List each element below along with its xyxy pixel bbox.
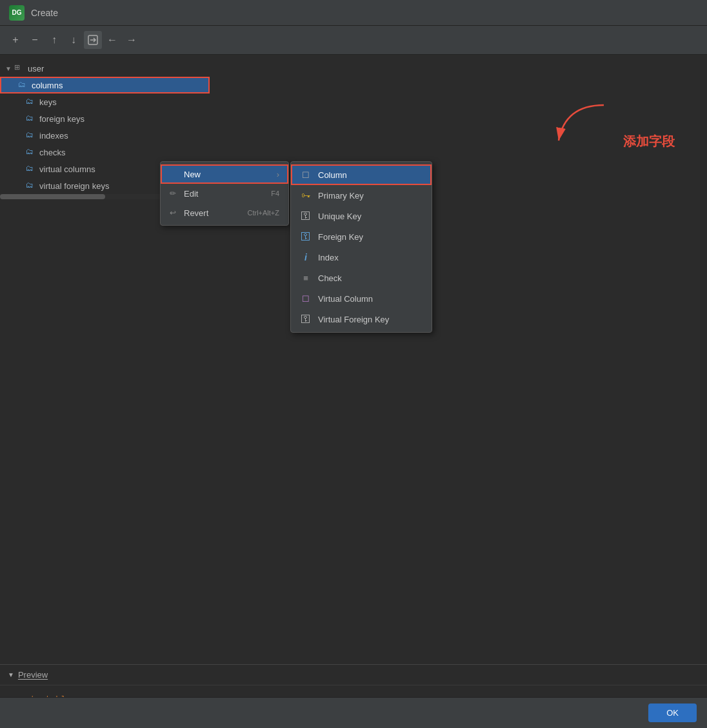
virtual-foreign-key-icon: ⚿: [300, 313, 312, 325]
tree-label-foreign-keys: foreign keys: [39, 114, 85, 124]
tree-item-columns[interactable]: 🗂 columns: [0, 77, 210, 93]
folder-icon-columns: 🗂: [18, 80, 28, 90]
virtual-column-icon: ☐: [300, 293, 312, 304]
back-button[interactable]: ←: [103, 31, 121, 49]
submenu-item-unique-key[interactable]: ⚿ Unique Key: [291, 206, 432, 226]
context-menu-edit[interactable]: ✏ Edit F4: [161, 184, 288, 203]
revert-shortcut: Ctrl+Alt+Z: [247, 209, 279, 217]
preview-label: Preview: [18, 670, 48, 680]
context-menu-revert-label: Revert: [184, 208, 242, 218]
foreign-key-icon: ⚿: [300, 231, 312, 242]
context-menu-edit-label: Edit: [184, 189, 266, 199]
folder-icon-virtual-foreign-keys: 🗂: [26, 181, 36, 191]
scrollbar-thumb[interactable]: [0, 194, 105, 199]
ok-button[interactable]: OK: [648, 703, 697, 722]
tree-label-columns: columns: [32, 81, 63, 90]
primary-key-icon: 🗝: [300, 190, 312, 201]
submenu-item-virtual-foreign-key[interactable]: ⚿ Virtual Foreign Key: [291, 309, 432, 330]
submenu-item-column[interactable]: ☐ Column: [291, 164, 432, 185]
submenu-item-check[interactable]: ≡ Check: [291, 268, 432, 288]
jump-icon: [88, 35, 98, 45]
annotation-text: 添加字段: [623, 133, 675, 150]
annotation-arrow-svg: [539, 99, 617, 150]
folder-icon-keys: 🗂: [26, 97, 36, 107]
context-menu-revert[interactable]: ↩ Revert Ctrl+Alt+Z: [161, 203, 288, 222]
preview-header[interactable]: ▼ Preview: [0, 665, 707, 685]
bottom-bar: OK: [0, 697, 707, 728]
submenu-index-label: Index: [318, 253, 339, 262]
app-icon: DG: [9, 5, 25, 21]
window-title: Create: [31, 8, 58, 18]
submenu-item-index[interactable]: i Index: [291, 247, 432, 268]
column-icon: ☐: [300, 169, 312, 181]
submenu-virtual-column-label: Virtual Column: [318, 294, 373, 304]
context-menu: New › ✏ Edit F4 ↩ Revert Ctrl+Alt+Z: [160, 161, 289, 226]
submenu: ☐ Column 🗝 Primary Key ⚿ Unique Key ⚿ Fo…: [290, 161, 432, 333]
tree-label-user: user: [28, 64, 44, 74]
remove-button[interactable]: −: [26, 31, 44, 49]
index-icon: i: [300, 251, 312, 263]
tree-item-foreign-keys[interactable]: 🗂 foreign keys: [0, 110, 210, 127]
forward-button[interactable]: →: [123, 31, 141, 49]
tree-item-keys[interactable]: 🗂 keys: [0, 93, 210, 110]
folder-icon-indexes: 🗂: [26, 130, 36, 141]
tree-chevron-user: ▼: [5, 65, 14, 72]
submenu-unique-key-label: Unique Key: [318, 212, 361, 221]
submenu-arrow: ›: [277, 170, 279, 179]
revert-icon: ↩: [170, 208, 179, 217]
submenu-item-foreign-key[interactable]: ⚿ Foreign Key: [291, 226, 432, 247]
submenu-virtual-foreign-key-label: Virtual Foreign Key: [318, 315, 389, 324]
submenu-item-primary-key[interactable]: 🗝 Primary Key: [291, 185, 432, 206]
tree-label-keys: keys: [39, 97, 57, 107]
move-up-button[interactable]: ↑: [45, 31, 63, 49]
jump-button[interactable]: [84, 31, 102, 49]
unique-key-icon: ⚿: [300, 210, 312, 222]
annotation: 添加字段: [539, 99, 675, 150]
toolbar: + − ↑ ↓ ← →: [0, 26, 707, 55]
title-bar: DG Create: [0, 0, 707, 26]
edit-shortcut: F4: [271, 190, 279, 197]
add-button[interactable]: +: [6, 31, 25, 49]
tree-label-checks: checks: [39, 148, 65, 157]
tree-label-virtual-columns: virtual columns: [39, 164, 95, 174]
context-menu-new-label: New: [184, 170, 272, 179]
main-content: + − ↑ ↓ ← → ▼ ⊞ user 🗂 columns: [0, 26, 707, 728]
move-down-button[interactable]: ↓: [65, 31, 83, 49]
tree-item-checks[interactable]: 🗂 checks: [0, 144, 210, 161]
submenu-primary-key-label: Primary Key: [318, 191, 364, 201]
submenu-check-label: Check: [318, 273, 342, 283]
folder-icon-foreign-keys: 🗂: [26, 113, 36, 124]
submenu-foreign-key-label: Foreign Key: [318, 232, 363, 242]
table-icon: ⊞: [14, 63, 25, 74]
submenu-column-label: Column: [318, 170, 347, 180]
submenu-item-virtual-column[interactable]: ☐ Virtual Column: [291, 288, 432, 309]
edit-icon: ✏: [170, 189, 179, 198]
folder-icon-checks: 🗂: [26, 147, 36, 157]
context-menu-new[interactable]: New ›: [161, 164, 288, 184]
tree-item-user[interactable]: ▼ ⊞ user: [0, 60, 210, 77]
check-icon: ≡: [300, 272, 312, 284]
tree-and-menus-area: ▼ ⊞ user 🗂 columns 🗂 keys 🗂 foreign keys: [0, 55, 707, 316]
tree-item-indexes[interactable]: 🗂 indexes: [0, 127, 210, 144]
tree-label-indexes: indexes: [39, 131, 68, 141]
tree-label-virtual-foreign-keys: virtual foreign keys: [39, 181, 109, 191]
folder-icon-virtual-columns: 🗂: [26, 164, 36, 174]
preview-chevron: ▼: [8, 671, 14, 678]
